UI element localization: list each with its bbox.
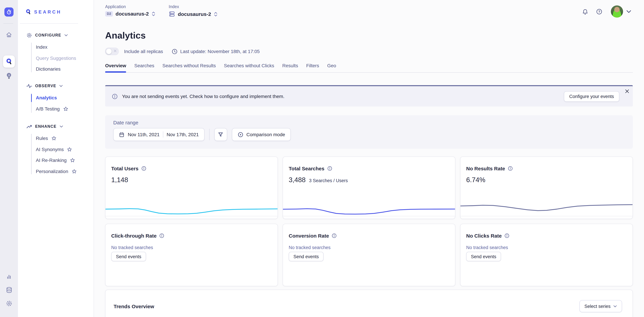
bar-chart-icon[interactable] (6, 274, 12, 280)
controls-divider (209, 129, 210, 140)
configure-items-rule (31, 42, 32, 72)
send-events-button[interactable]: Send events (111, 252, 146, 261)
product-logo[interactable]: SEARCH (25, 9, 62, 15)
gear-icon (26, 32, 32, 38)
analytics-tabs: Overview Searches Searches without Resul… (105, 63, 633, 73)
date-range-panel: Date range Nov 11th, 2021 Nov 17th, 2021 (105, 115, 633, 149)
section-observe[interactable]: OBSERVE (26, 83, 63, 89)
no-clicks-rate-card: No Clicks Rate No tracked searches Send … (460, 224, 633, 286)
gear-icon[interactable] (6, 300, 12, 307)
banner-message: You are not sending events yet. Check ho… (122, 94, 284, 99)
chevron-down-icon (64, 34, 68, 36)
sidebar-item-ab-testing[interactable]: A/B Testing (36, 105, 68, 112)
rail-divider (4, 23, 13, 24)
tab-geo[interactable]: Geo (327, 63, 336, 72)
close-icon[interactable] (625, 89, 629, 93)
user-avatar[interactable] (611, 6, 623, 18)
calendar-icon (119, 132, 124, 138)
sidebar-divider (20, 23, 78, 24)
account-chevron-down-icon[interactable] (626, 10, 631, 13)
sidebar-item-query-suggestions[interactable]: Query Suggestions (36, 54, 76, 62)
sort-chevrons-icon (152, 11, 156, 16)
index-selector[interactable]: docusaurus-2 (169, 11, 218, 17)
info-icon[interactable] (327, 166, 332, 171)
info-icon[interactable] (508, 166, 513, 171)
total-searches-value: 3,488 (289, 176, 306, 184)
tab-overview[interactable]: Overview (105, 63, 126, 72)
metrics-grid: Total Users 1,148 Total Searches 3,488 3… (105, 156, 633, 286)
search-product-tile[interactable] (3, 56, 15, 68)
info-icon[interactable] (504, 233, 510, 238)
sidebar-item-dictionaries[interactable]: Dictionaries (36, 65, 60, 73)
page-title: Analytics (105, 30, 146, 41)
sidebar: SEARCH CONFIGURE Index Query Suggestions… (18, 0, 94, 317)
stopwatch-icon (6, 9, 12, 15)
send-events-button[interactable]: Send events (289, 252, 324, 261)
search-icon (6, 58, 12, 65)
help-icon[interactable]: ? (596, 8, 602, 15)
play-circle-icon (238, 132, 244, 138)
stopwatch-app-tile[interactable] (4, 8, 14, 16)
conversion-rate-card: Conversion Rate No tracked searches Send… (282, 224, 455, 286)
lightbulb-bolt-icon[interactable] (6, 72, 12, 80)
date-range-label: Date range (113, 120, 138, 126)
no-tracked-searches-text: No tracked searches (289, 245, 330, 250)
include-replicas-label: Include all replicas (124, 49, 163, 54)
date-end: Nov 17th, 2021 (167, 132, 199, 137)
send-events-button[interactable]: Send events (466, 252, 501, 261)
include-replicas-toggle[interactable] (105, 48, 119, 55)
chevron-down-icon (613, 305, 617, 307)
sidebar-item-rules[interactable]: Rules (36, 134, 56, 142)
tab-searches[interactable]: Searches (134, 63, 154, 72)
funnel-icon (218, 132, 224, 138)
trends-title: Trends Overview (114, 303, 154, 309)
no-results-rate-value: 6.74% (466, 176, 485, 184)
bell-icon[interactable] (582, 9, 588, 15)
info-icon[interactable] (159, 233, 164, 238)
enhance-items-rule (31, 134, 32, 174)
search-logo-icon (25, 9, 32, 15)
trend-up-icon (26, 124, 32, 129)
tab-searches-without-results[interactable]: Searches without Results (162, 63, 216, 72)
pulse-icon (26, 83, 32, 89)
star-icon[interactable] (52, 136, 56, 141)
total-users-sparkline (106, 198, 278, 216)
application-badge: D2 (105, 11, 113, 16)
clock-icon (172, 48, 178, 54)
app-rail (0, 0, 18, 317)
sidebar-item-ai-reranking[interactable]: AI Re-Ranking (36, 156, 75, 164)
sidebar-item-ai-synonyms[interactable]: AI Synonyms (36, 146, 72, 153)
star-icon[interactable] (63, 106, 68, 111)
date-separator (163, 132, 163, 138)
select-series-button[interactable]: Select series (579, 300, 622, 312)
database-icon[interactable] (6, 286, 12, 293)
comparison-mode-button[interactable]: Comparison mode (232, 128, 291, 141)
total-users-card: Total Users 1,148 (105, 156, 278, 219)
tab-results[interactable]: Results (282, 63, 298, 72)
algolia-dashboard: SEARCH CONFIGURE Index Query Suggestions… (0, 0, 644, 317)
configure-events-button[interactable]: Configure your events (564, 91, 619, 102)
tab-filters[interactable]: Filters (306, 63, 319, 72)
section-configure[interactable]: CONFIGURE (26, 32, 68, 38)
section-enhance[interactable]: ENHANCE (26, 123, 63, 130)
sidebar-item-analytics[interactable]: Analytics (36, 94, 57, 102)
sidebar-item-personalization[interactable]: Personalization (36, 168, 76, 175)
filter-button[interactable] (214, 128, 227, 141)
application-selector[interactable]: D2 docusaurus-2 (105, 11, 156, 16)
sidebar-item-index[interactable]: Index (36, 43, 48, 51)
info-icon[interactable] (332, 233, 337, 238)
star-icon[interactable] (67, 147, 72, 152)
observe-items-rule (31, 93, 32, 113)
last-update-text: Last update: November 18th, at 17:05 (180, 49, 260, 54)
product-logo-text: SEARCH (34, 10, 62, 14)
home-icon[interactable] (6, 32, 12, 38)
info-icon (112, 94, 118, 99)
tab-searches-without-clicks[interactable]: Searches without Clicks (224, 63, 274, 72)
info-icon[interactable] (141, 166, 146, 171)
star-icon[interactable] (70, 158, 75, 163)
sort-chevrons-icon (214, 12, 218, 16)
date-range-picker[interactable]: Nov 11th, 2021 Nov 17th, 2021 (113, 128, 204, 141)
star-icon[interactable] (72, 169, 76, 174)
index-label: Index (169, 4, 179, 9)
trends-overview-card: Trends Overview Select series (105, 290, 633, 317)
